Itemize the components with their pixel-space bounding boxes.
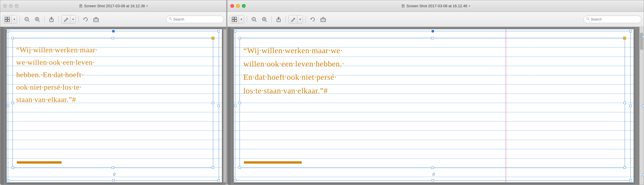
handle-br-outer-right[interactable] xyxy=(629,179,632,182)
handle-bl-right[interactable] xyxy=(239,166,241,169)
handle-br-left[interactable] xyxy=(212,166,214,169)
yellow-handle-left[interactable] xyxy=(211,37,214,40)
scrollbar-thumb-right[interactable] xyxy=(640,33,643,50)
handle-mr-outer-right[interactable] xyxy=(629,105,632,107)
briefcase-btn-right[interactable] xyxy=(319,15,327,23)
sep3-right xyxy=(286,16,286,23)
share-btn-right[interactable] xyxy=(274,15,283,23)
pen-group-left[interactable]: ▾ xyxy=(61,15,76,24)
layout-group-right[interactable]: ▾ xyxy=(230,15,244,24)
svg-point-36 xyxy=(587,18,589,20)
doc-icon-right: 🖹 xyxy=(401,4,405,8)
handle-tm-left[interactable] xyxy=(112,37,114,39)
orange-bar-left xyxy=(17,161,62,164)
pen-group-right[interactable]: ▾ xyxy=(288,15,303,24)
handle-tr-outer-right[interactable] xyxy=(629,30,632,32)
handle-tm-outer-right[interactable] xyxy=(432,30,434,32)
page-area-left: “Wij·willen·werken·maar· we·willen·ook·e… xyxy=(4,27,226,185)
handle-bm-outer-right[interactable] xyxy=(432,179,434,182)
handle-tl-right[interactable] xyxy=(239,37,241,39)
layout-chevron-left[interactable]: ▾ xyxy=(12,15,17,23)
handle-mr-right[interactable] xyxy=(623,102,626,104)
left-margin-left xyxy=(0,27,4,185)
maximize-button-right[interactable] xyxy=(242,4,246,8)
zoom-out-btn-right[interactable] xyxy=(250,15,258,23)
handle-tl-left[interactable] xyxy=(12,37,14,39)
svg-line-30 xyxy=(266,21,267,22)
minimize-button-left[interactable] xyxy=(9,4,13,8)
orange-bar-right xyxy=(244,161,302,164)
search-icon-left xyxy=(169,17,172,21)
zoom-in-btn-left[interactable] xyxy=(33,15,42,23)
svg-rect-21 xyxy=(235,17,237,19)
handle-tr-outer-left[interactable] xyxy=(218,30,220,32)
pen-chevron-right[interactable]: ▾ xyxy=(297,15,303,23)
handle-bm-outer-left[interactable] xyxy=(112,179,115,182)
scrollbar-right[interactable] xyxy=(639,27,644,185)
share-btn-left[interactable] xyxy=(47,15,56,23)
close-button-right[interactable] xyxy=(230,4,234,8)
handle-bm-left[interactable] xyxy=(112,166,114,169)
handle-bl-left[interactable] xyxy=(12,166,14,169)
sep1-right xyxy=(247,16,247,23)
search-box-left[interactable] xyxy=(166,16,224,23)
title-chevron-left[interactable]: ▾ xyxy=(146,4,148,8)
layout-chevron-right[interactable]: ▾ xyxy=(239,15,244,23)
handle-ml-right[interactable] xyxy=(239,102,241,104)
content-area-right: “Wij·willen·werken·maar·we· willen·ook·e… xyxy=(227,27,644,185)
pen-btn-left[interactable] xyxy=(62,15,70,23)
layout-btn-right[interactable] xyxy=(230,15,239,23)
pen-btn-right[interactable] xyxy=(289,15,297,23)
svg-rect-20 xyxy=(232,17,234,19)
sep1-left xyxy=(20,16,20,23)
briefcase-btn-left[interactable] xyxy=(92,15,100,23)
sep2-left xyxy=(44,16,45,23)
right-edge-handle-top[interactable] xyxy=(642,36,644,38)
search-input-right[interactable] xyxy=(591,17,639,21)
svg-rect-1 xyxy=(8,17,10,19)
svg-line-26 xyxy=(255,21,256,22)
handle-tl-outer-left[interactable] xyxy=(7,30,9,32)
close-button-left[interactable] xyxy=(3,4,7,8)
minimize-button-right[interactable] xyxy=(236,4,240,8)
window-title-text-left: Screen Shot 2017-03-08 at 16.12.36 xyxy=(84,4,145,8)
pen-chevron-left[interactable]: ▾ xyxy=(70,15,76,23)
svg-rect-23 xyxy=(235,20,237,22)
right-edge-handle-bot[interactable] xyxy=(642,174,644,176)
handle-tl-outer-right[interactable] xyxy=(234,30,236,32)
yellow-handle-right[interactable] xyxy=(623,37,626,40)
rotate-btn-left[interactable] xyxy=(81,15,90,23)
handle-ml-outer-right[interactable] xyxy=(234,105,236,107)
window-right: 🖹 Screen Shot 2017-03-08 at 16.12.46 ▾ ▾ xyxy=(227,0,644,185)
handle-br-right[interactable] xyxy=(623,166,626,169)
page-canvas-left: “Wij·willen·werken·maar· we·willen·ook·e… xyxy=(7,29,222,182)
handle-ml-outer-left[interactable] xyxy=(7,105,9,107)
handle-tm-outer-left[interactable] xyxy=(112,30,115,32)
handle-tm-right[interactable] xyxy=(431,37,433,39)
handle-mr-left[interactable] xyxy=(212,102,214,104)
handle-br-outer-left[interactable] xyxy=(218,179,220,182)
layout-group-left[interactable]: ▾ xyxy=(3,15,17,24)
traffic-lights-right xyxy=(230,4,246,8)
svg-line-6 xyxy=(28,21,29,22)
handle-ml-left[interactable] xyxy=(12,102,14,104)
sep3-left xyxy=(58,16,59,23)
rotate-btn-right[interactable] xyxy=(308,15,317,23)
zoom-out-btn-left[interactable] xyxy=(23,15,31,23)
handle-mr-outer-left[interactable] xyxy=(218,105,220,107)
right-edge-handle-mid[interactable] xyxy=(642,105,644,107)
search-input-left[interactable] xyxy=(173,17,221,21)
title-chevron-right[interactable]: ▾ xyxy=(469,4,470,8)
windows-container: 🖹 Screen Shot 2017-03-08 at 16.12.36 ▾ ▾ xyxy=(0,0,644,185)
svg-rect-0 xyxy=(5,17,7,19)
handle-bl-outer-left[interactable] xyxy=(7,179,9,182)
maximize-button-left[interactable] xyxy=(15,4,19,8)
svg-line-10 xyxy=(38,21,40,22)
search-box-right[interactable] xyxy=(584,16,641,23)
zoom-in-btn-right[interactable] xyxy=(260,15,269,23)
svg-rect-22 xyxy=(232,20,234,22)
handle-bl-outer-right[interactable] xyxy=(234,179,236,182)
handle-bm-right[interactable] xyxy=(431,166,433,169)
svg-point-16 xyxy=(169,18,171,20)
layout-btn-left[interactable] xyxy=(3,15,12,23)
